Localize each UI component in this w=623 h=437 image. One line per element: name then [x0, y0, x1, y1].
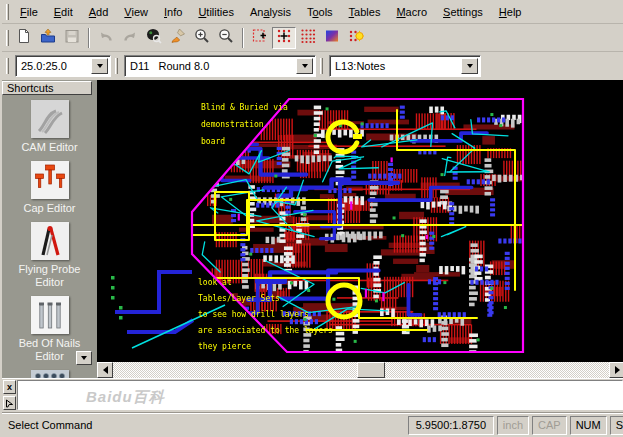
clear-highlight-button[interactable] — [166, 27, 190, 49]
pcb-viewport[interactable] — [97, 80, 623, 378]
sidebar-item-label: Cap Editor — [6, 202, 94, 215]
grid-snap-button[interactable] — [272, 27, 296, 49]
command-prompt-box[interactable]: Baidu百科 — [17, 380, 623, 410]
combo-toolbar: 25.0:25.0 D11 Round 8.0 L13:Notes — [2, 52, 623, 80]
chevron-down-icon[interactable] — [461, 58, 478, 74]
sidebar-scroll-down-button[interactable] — [76, 351, 92, 365]
zoom-out-icon — [218, 28, 234, 48]
zoom-in-button[interactable] — [190, 27, 214, 49]
new-file-button[interactable] — [12, 27, 36, 49]
dcode-combobox-value: D11 Round 8.0 — [125, 56, 294, 76]
flying-probe-icon — [31, 222, 69, 260]
status-scrolllock[interactable]: SC — [610, 416, 623, 435]
board-frame-button[interactable] — [248, 27, 272, 49]
layer-combobox[interactable]: L13:Notes — [329, 55, 481, 77]
menu-help[interactable]: Help — [491, 3, 530, 21]
menu-info[interactable]: Info — [156, 3, 190, 21]
bed-of-nails-icon — [31, 296, 69, 334]
redo-icon — [122, 28, 138, 48]
open-file-button[interactable] — [36, 27, 60, 49]
menu-settings[interactable]: Settings — [435, 3, 491, 21]
arrow-left-icon — [99, 366, 108, 374]
highlight-nets-icon — [348, 28, 364, 48]
chevron-down-icon[interactable] — [296, 58, 313, 74]
combobar-grip[interactable] — [320, 58, 323, 74]
sidebar-item-label: Flying Probe Editor — [6, 263, 94, 289]
dcode-combobox[interactable]: D11 Round 8.0 — [124, 55, 316, 77]
app-window: FileEditAddViewInfoUtilitiesAnalysisTool… — [0, 0, 623, 437]
shortcuts-sidebar: Shortcuts CAM Editor Cap Editor Flying P… — [2, 80, 97, 378]
pcb-canvas[interactable] — [97, 80, 623, 362]
arrow-right-icon — [615, 366, 623, 374]
film-query-button[interactable] — [142, 27, 166, 49]
sidebar-item-cap-editor[interactable]: Cap Editor — [6, 161, 94, 215]
scroll-right-button[interactable] — [609, 362, 623, 378]
sidebar-item-flying-probe[interactable]: Flying Probe Editor — [6, 222, 94, 289]
grid-dots-icon — [300, 28, 316, 48]
grid-combobox[interactable]: 25.0:25.0 — [15, 55, 111, 77]
menu-tables[interactable]: Tables — [341, 3, 389, 21]
chevron-down-icon[interactable] — [91, 58, 108, 74]
status-numlock[interactable]: NUM — [570, 416, 607, 435]
toolbar-separator — [88, 28, 90, 48]
combobar-grip[interactable] — [115, 58, 118, 74]
new-file-icon — [16, 28, 32, 48]
status-capslock[interactable]: CAP — [532, 416, 567, 435]
status-message: Select Command — [4, 419, 405, 431]
pointer-arrow-icon — [5, 399, 14, 408]
combobar-grip[interactable] — [6, 58, 9, 74]
toolbar — [2, 24, 623, 52]
save-file-icon — [64, 28, 80, 48]
menubar: FileEditAddViewInfoUtilitiesAnalysisTool… — [2, 0, 623, 24]
status-units[interactable]: inch — [497, 416, 529, 435]
grid-snap-icon — [276, 28, 292, 48]
color-table-icon — [324, 28, 340, 48]
shortcuts-header-button[interactable]: Shortcuts — [2, 81, 92, 95]
cap-editor-icon — [31, 161, 69, 199]
clear-highlight-icon — [170, 28, 186, 48]
statusbar: Select Command 5.9500:1.8750 inch CAP NU… — [2, 412, 623, 437]
toolbar-separator — [242, 28, 244, 48]
menu-tools[interactable]: Tools — [299, 3, 341, 21]
scroll-left-button[interactable] — [97, 362, 113, 378]
sidebar-item-label: CAM Editor — [6, 141, 94, 154]
menubar-grip[interactable] — [6, 4, 9, 20]
open-file-icon — [40, 28, 56, 48]
command-panel-close-button[interactable]: x — [3, 380, 16, 394]
menu-view[interactable]: View — [116, 3, 156, 21]
status-coordinates: 5.9500:1.8750 — [408, 416, 494, 435]
menu-analysis[interactable]: Analysis — [242, 3, 299, 21]
undo-icon — [98, 28, 114, 48]
menu-edit[interactable]: Edit — [46, 3, 81, 21]
board-frame-icon — [252, 28, 268, 48]
grid-dots-button[interactable] — [296, 27, 320, 49]
horizontal-scrollbar[interactable] — [97, 362, 623, 378]
menu-utilities[interactable]: Utilities — [190, 3, 242, 21]
scrollbar-thumb[interactable] — [357, 362, 385, 378]
command-history-button[interactable] — [3, 396, 16, 410]
menu-add[interactable]: Add — [81, 3, 117, 21]
cam-editor-icon — [31, 100, 69, 138]
color-table-button[interactable] — [320, 27, 344, 49]
main-area: Shortcuts CAM Editor Cap Editor Flying P… — [2, 80, 623, 378]
film-query-icon — [146, 28, 162, 48]
grid-combobox-value: 25.0:25.0 — [16, 56, 89, 76]
panel-editor-icon — [31, 370, 69, 378]
menubar-items: FileEditAddViewInfoUtilitiesAnalysisTool… — [12, 3, 529, 21]
command-input[interactable] — [18, 381, 622, 409]
chevron-down-icon — [81, 356, 87, 363]
zoom-out-button[interactable] — [214, 27, 238, 49]
sidebar-item-cam-editor[interactable]: CAM Editor — [6, 100, 94, 154]
save-file-button[interactable] — [60, 27, 84, 49]
redo-button[interactable] — [118, 27, 142, 49]
menu-file[interactable]: File — [12, 3, 46, 21]
layer-combobox-value: L13:Notes — [330, 56, 459, 76]
sidebar-item-panel-editor[interactable] — [31, 370, 69, 378]
zoom-in-icon — [194, 28, 210, 48]
undo-button[interactable] — [94, 27, 118, 49]
menu-macro[interactable]: Macro — [388, 3, 435, 21]
command-panel: x Baidu百科 — [2, 378, 623, 412]
toolbar-grip[interactable] — [6, 30, 9, 46]
highlight-nets-button[interactable] — [344, 27, 368, 49]
